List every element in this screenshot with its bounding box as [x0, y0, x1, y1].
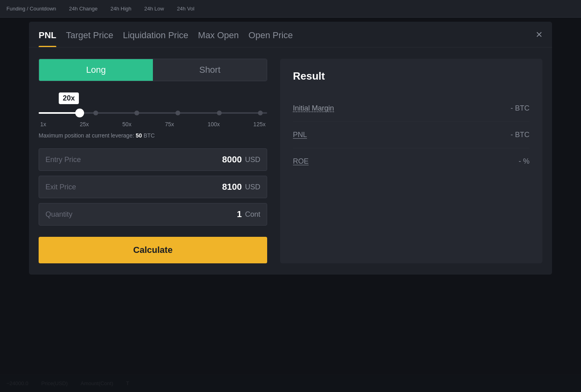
entry-price-row[interactable]: Entry Price 8000 USD — [39, 148, 267, 171]
tab-target-price[interactable]: Target Price — [66, 30, 123, 47]
entry-price-value[interactable]: 8000 — [222, 154, 242, 165]
label-100x: 100x — [208, 121, 220, 127]
entry-price-label: Entry Price — [45, 156, 222, 164]
slider-dot-125 — [258, 111, 263, 115]
slider-dot-75 — [175, 111, 180, 115]
topbar-item-funding: Funding / Countdown — [6, 6, 56, 12]
leverage-bubble: 20x — [59, 92, 79, 104]
result-value-initial-margin: - BTC — [511, 104, 529, 113]
slider-dot-25 — [93, 111, 98, 115]
quantity-value[interactable]: 1 — [237, 209, 242, 220]
modal-overlay: PNL Target Price Liquidation Price Max O… — [0, 18, 581, 392]
slider-thumb[interactable] — [75, 109, 84, 117]
quantity-label: Quantity — [45, 210, 237, 219]
exit-price-value[interactable]: 8100 — [222, 182, 242, 192]
close-button[interactable]: × — [536, 29, 542, 40]
label-1x: 1x — [40, 121, 46, 127]
slider-fill — [39, 112, 80, 114]
label-75x: 75x — [165, 121, 174, 127]
quantity-group: Quantity 1 Cont — [39, 203, 267, 226]
modal-body: Long Short 20x — [29, 47, 552, 275]
exit-price-group: Exit Price 8100 USD — [39, 176, 267, 198]
result-value-pnl: - BTC — [511, 131, 529, 139]
slider-dot-50 — [134, 111, 139, 115]
exit-price-row[interactable]: Exit Price 8100 USD — [39, 176, 267, 198]
result-label-pnl: PNL — [293, 131, 307, 139]
result-label-roe: ROE — [293, 157, 309, 166]
calculate-button[interactable]: Calculate — [39, 237, 267, 263]
result-label-initial-margin: Initial Margin — [293, 104, 334, 113]
label-125x: 125x — [253, 121, 266, 127]
quantity-row[interactable]: Quantity 1 Cont — [39, 203, 267, 226]
exit-price-label: Exit Price — [45, 183, 222, 191]
max-position-text: Maximum position at current leverage: 50… — [39, 132, 267, 139]
leverage-slider-track[interactable] — [39, 108, 267, 118]
right-panel: Result Initial Margin - BTC PNL - BTC RO… — [280, 59, 542, 263]
tab-pnl[interactable]: PNL — [39, 30, 66, 47]
leverage-section: 20x 1x 25x 50x — [39, 92, 267, 139]
slider-dot-100 — [217, 111, 222, 115]
left-panel: Long Short 20x — [39, 59, 280, 263]
entry-price-unit: USD — [245, 156, 260, 164]
label-50x: 50x — [122, 121, 132, 127]
slider-labels: 1x 25x 50x 75x 100x 125x — [39, 121, 267, 127]
result-row-pnl: PNL - BTC — [293, 122, 529, 148]
long-short-toggle: Long Short — [39, 59, 267, 81]
result-row-roe: ROE - % — [293, 148, 529, 174]
topbar-item-change: 24h Change — [69, 6, 98, 12]
result-title: Result — [293, 70, 529, 82]
entry-price-group: Entry Price 8000 USD — [39, 148, 267, 171]
topbar-item-low: 24h Low — [144, 6, 164, 12]
result-row-initial-margin: Initial Margin - BTC — [293, 95, 529, 122]
tab-liquidation-price[interactable]: Liquidation Price — [123, 30, 198, 47]
short-button[interactable]: Short — [153, 59, 267, 81]
exit-price-unit: USD — [245, 183, 260, 191]
tab-bar: PNL Target Price Liquidation Price Max O… — [29, 22, 552, 47]
topbar-item-high: 24h High — [110, 6, 131, 12]
long-button[interactable]: Long — [39, 59, 153, 81]
calculator-modal: PNL Target Price Liquidation Price Max O… — [29, 22, 552, 275]
quantity-unit: Cont — [245, 210, 260, 219]
result-value-roe: - % — [519, 157, 529, 166]
tab-open-price[interactable]: Open Price — [249, 30, 303, 47]
topbar-item-vol: 24h Vol — [177, 6, 194, 12]
tab-max-open[interactable]: Max Open — [198, 30, 249, 47]
label-25x: 25x — [80, 121, 89, 127]
top-bar: Funding / Countdown 24h Change 24h High … — [0, 0, 581, 18]
